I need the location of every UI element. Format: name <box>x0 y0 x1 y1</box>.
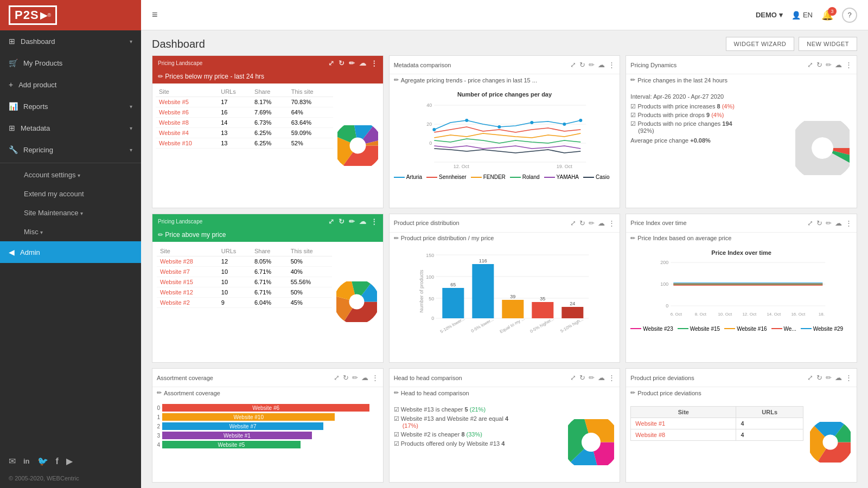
linkedin-icon[interactable]: in <box>23 457 30 465</box>
new-widget-button[interactable]: NEW WIDGET <box>799 37 857 51</box>
bar-row: 4 Website #5 <box>152 441 383 448</box>
page-title: Dashboard <box>152 38 205 50</box>
notification-button[interactable]: 🔔 3 <box>821 9 833 21</box>
refresh-icon[interactable]: ↻ <box>339 59 344 67</box>
more-icon[interactable]: ⋮ <box>845 219 852 227</box>
cloud-icon[interactable]: ☁ <box>359 59 366 67</box>
expand-icon[interactable]: ⤢ <box>328 217 334 226</box>
bar-chart-ppd: Number of products 150 100 50 0 65 116 <box>392 249 618 333</box>
svg-point-16 <box>465 119 468 122</box>
facebook-icon[interactable]: f <box>56 457 59 466</box>
refresh-icon[interactable]: ↻ <box>339 217 344 226</box>
expand-icon[interactable]: ⤢ <box>328 59 334 67</box>
sidebar-item-account-settings[interactable]: Account settings ▾ <box>0 165 141 184</box>
sidebar-item-my-products[interactable]: 🛒 My Products <box>0 52 141 74</box>
ppdev-table-wrap: Site URLs Website #1 4 Website #8 <box>630 406 803 478</box>
chevron-down-icon: ▾ <box>130 104 132 110</box>
email-icon[interactable]: ✉ <box>9 456 16 466</box>
expand-icon[interactable]: ⤢ <box>570 219 576 227</box>
help-button[interactable]: ? <box>842 8 857 23</box>
ppdev-pie <box>809 406 852 478</box>
sidebar-item-repricing[interactable]: 🔧 Repricing ▾ <box>0 139 141 160</box>
expand-icon[interactable]: ⤢ <box>807 219 813 227</box>
widget-wizard-button[interactable]: WIDGET WIZARD <box>726 37 795 51</box>
refresh-icon[interactable]: ↻ <box>816 61 822 69</box>
svg-text:0-5% lower...: 0-5% lower... <box>470 317 494 333</box>
edit-icon[interactable]: ✏ <box>589 219 595 227</box>
expand-icon[interactable]: ⤢ <box>334 374 340 382</box>
demo-button[interactable]: DEMO ▾ <box>756 11 783 19</box>
more-icon[interactable]: ⋮ <box>371 59 378 67</box>
edit-icon[interactable]: ✏ <box>826 374 832 382</box>
cloud-icon[interactable]: ☁ <box>835 374 842 382</box>
metadata-subtitle: ✏ Agregate pricing trends - price change… <box>390 74 620 86</box>
edit-icon[interactable]: ✏ <box>826 61 832 69</box>
lang-label: EN <box>803 11 813 19</box>
sidebar-item-admin[interactable]: ◀ Admin <box>0 241 141 263</box>
svg-text:0: 0 <box>431 316 434 321</box>
youtube-icon[interactable]: ▶ <box>66 456 73 466</box>
pd-tag: Pricing Dynamics <box>630 62 676 68</box>
edit-icon[interactable]: ✏ <box>349 59 355 67</box>
cloud-icon[interactable]: ☁ <box>359 217 366 226</box>
more-icon[interactable]: ⋮ <box>372 374 379 382</box>
edit-icon[interactable]: ✏ <box>589 374 595 382</box>
more-icon[interactable]: ⋮ <box>608 374 615 382</box>
more-icon[interactable]: ⋮ <box>371 217 378 226</box>
logo-arrow: ▶ <box>40 9 48 21</box>
refresh-icon[interactable]: ↻ <box>579 374 585 382</box>
refresh-icon[interactable]: ↻ <box>816 219 822 227</box>
col-site: Site <box>156 87 218 97</box>
cart-icon: 🛒 <box>9 59 18 67</box>
table-row: Website #28128.05%50% <box>157 256 332 266</box>
edit-icon[interactable]: ✏ <box>349 217 355 226</box>
table-row: Website #8 4 <box>631 429 803 441</box>
refresh-icon[interactable]: ↻ <box>816 374 822 382</box>
cloud-icon[interactable]: ☁ <box>835 61 842 69</box>
sidebar-item-metadata[interactable]: ⊞ Metadata ▾ <box>0 117 141 139</box>
cloud-icon[interactable]: ☁ <box>598 374 605 382</box>
edit-icon[interactable]: ✏ <box>352 374 358 382</box>
cloud-icon[interactable]: ☁ <box>361 374 368 382</box>
expand-icon[interactable]: ⤢ <box>570 61 576 69</box>
language-button[interactable]: 👤 EN <box>792 11 813 20</box>
expand-icon[interactable]: ⤢ <box>807 374 813 382</box>
pi-body: Price Index over time 200 100 0 6. Oct 8… <box>626 247 857 363</box>
widget-controls: ⤢ ↻ ✏ ☁ ⋮ <box>570 219 615 227</box>
refresh-icon[interactable]: ↻ <box>579 61 585 69</box>
table-row: Website #12106.71%50% <box>157 287 332 297</box>
widget-head-to-head: Head to head comparison ⤢ ↻ ✏ ☁ ⋮ ✏ Head… <box>389 368 621 483</box>
pi-tag: Price Index over time <box>630 220 686 226</box>
widget-assortment-coverage: Assortment coverage ⤢ ↻ ✏ ☁ ⋮ ✏ Assortme… <box>152 368 384 483</box>
more-icon[interactable]: ⋮ <box>608 61 615 69</box>
svg-text:150: 150 <box>426 253 434 258</box>
svg-point-18 <box>530 121 533 124</box>
expand-icon[interactable]: ⤢ <box>570 374 576 382</box>
more-icon[interactable]: ⋮ <box>845 374 852 382</box>
edit-icon[interactable]: ✏ <box>826 219 832 227</box>
sidebar-item-site-maintenance[interactable]: Site Maintenance ▾ <box>0 203 141 222</box>
cloud-icon[interactable]: ☁ <box>598 61 605 69</box>
cloud-icon[interactable]: ☁ <box>835 219 842 227</box>
checkbox-icon: ☑ <box>630 112 636 118</box>
more-icon[interactable]: ⋮ <box>845 61 852 69</box>
expand-icon[interactable]: ⤢ <box>807 61 813 69</box>
twitter-icon[interactable]: 🐦 <box>37 456 48 466</box>
pi-subtitle: ✏ Price Index based on average price <box>626 233 857 244</box>
bar-row: 1 Website #10 <box>152 413 383 421</box>
table-row: Website #7106.71%40% <box>157 266 332 277</box>
more-icon[interactable]: ⋮ <box>608 219 615 227</box>
sidebar-item-reports[interactable]: 📊 Reports ▾ <box>0 95 141 117</box>
sidebar-item-add-product[interactable]: + Add product <box>0 74 141 95</box>
pd-interval: Interval: Apr-26 2020 - Apr-27 2020 <box>630 93 787 100</box>
svg-text:50: 50 <box>429 296 434 301</box>
pencil-icon: ✏ <box>157 389 162 396</box>
cloud-icon[interactable]: ☁ <box>598 219 605 227</box>
sidebar-item-extend-account[interactable]: Extend my account <box>0 184 141 203</box>
hamburger-menu[interactable]: ≡ <box>152 9 158 21</box>
sidebar-item-misc[interactable]: Misc ▾ <box>0 222 141 241</box>
edit-icon[interactable]: ✏ <box>589 61 595 69</box>
sidebar-item-dashboard[interactable]: ⊞ Dashboard ▾ <box>0 30 141 52</box>
refresh-icon[interactable]: ↻ <box>343 374 349 382</box>
refresh-icon[interactable]: ↻ <box>579 219 585 227</box>
